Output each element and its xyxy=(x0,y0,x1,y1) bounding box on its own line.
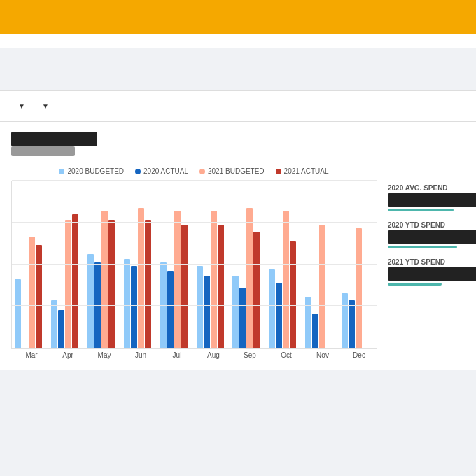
month-group-may xyxy=(88,211,122,348)
stat-item-2: 2021 YTD SPEND$████████ xyxy=(388,258,465,286)
stat-value-1: $████████ xyxy=(388,230,476,244)
bar-jul-0 xyxy=(160,262,167,348)
bar-aug-3 xyxy=(218,225,224,348)
section-subtitle: ████ xyxy=(11,146,465,156)
month-group-oct xyxy=(269,211,304,348)
bar-jul-1 xyxy=(167,271,174,348)
legend-2021-budgeted: 2021 BUDGETED xyxy=(200,167,265,175)
x-label-mar: Mar xyxy=(14,349,49,359)
stat-bar-1 xyxy=(388,246,457,248)
bar-aug-0 xyxy=(197,266,203,348)
x-label-aug: Aug xyxy=(196,349,231,359)
stat-label-1: 2020 YTD SPEND xyxy=(388,221,465,229)
stat-bar-0 xyxy=(388,209,454,211)
bar-jun-1 xyxy=(131,266,137,348)
bar-may-0 xyxy=(88,254,94,348)
legend-label-2020-budgeted: 2020 BUDGETED xyxy=(67,167,124,175)
chart-section: ████ ████ 2020 BUDGETED 2020 ACTUAL 2021… xyxy=(0,122,476,370)
legend-dot-2020-actual xyxy=(135,169,141,174)
stat-bar-2 xyxy=(388,283,442,286)
x-label-may: May xyxy=(87,349,122,359)
top-bar xyxy=(0,0,476,34)
stats-panel: 2020 AVG. SPEND$████████2020 YTD SPEND$█… xyxy=(388,167,465,286)
month-group-aug xyxy=(197,211,232,348)
stat-item-0: 2020 AVG. SPEND$████████ xyxy=(388,184,465,211)
bar-nov-2 xyxy=(319,225,326,348)
bars-wrapper xyxy=(11,181,377,349)
legend-label-2021-actual: 2021 ACTUAL xyxy=(284,167,329,175)
bar-jun-2 xyxy=(138,208,144,348)
month-group-jun xyxy=(124,208,159,348)
month-group-apr xyxy=(51,214,86,348)
chart-area: 2020 BUDGETED 2020 ACTUAL 2021 BUDGETED … xyxy=(11,167,465,359)
region-dropdown[interactable]: ▼ xyxy=(35,99,53,113)
x-label-nov: Nov xyxy=(305,349,340,359)
month-group-dec xyxy=(342,228,377,348)
stat-value-0: $████████ xyxy=(388,193,476,206)
bar-apr-2 xyxy=(65,220,71,348)
section-title: ████ xyxy=(11,133,465,145)
legend-dot-2021-actual xyxy=(276,169,281,174)
x-label-apr: Apr xyxy=(50,349,85,359)
filter-bar: ▼ ▼ xyxy=(0,91,476,122)
month-group-nov xyxy=(305,225,340,348)
bar-apr-3 xyxy=(72,214,78,348)
bar-apr-1 xyxy=(58,310,64,348)
bar-oct-0 xyxy=(269,270,275,348)
bar-mar-3 xyxy=(36,245,42,348)
month-group-jul xyxy=(160,211,195,348)
bar-dec-0 xyxy=(342,293,348,348)
x-label-sep: Sep xyxy=(232,349,267,359)
bar-jun-0 xyxy=(124,259,130,348)
bar-may-2 xyxy=(102,211,108,348)
chart-legend: 2020 BUDGETED 2020 ACTUAL 2021 BUDGETED … xyxy=(11,167,377,175)
bar-aug-1 xyxy=(204,276,210,348)
rvp-chevron-icon: ▼ xyxy=(18,102,25,110)
legend-dot-2021-budgeted xyxy=(200,169,205,174)
bar-may-3 xyxy=(108,220,115,348)
stat-label-0: 2020 AVG. SPEND xyxy=(388,184,465,192)
bar-aug-2 xyxy=(211,211,217,348)
region-chevron-icon: ▼ xyxy=(42,102,49,110)
x-label-jul: Jul xyxy=(160,349,195,359)
bar-oct-1 xyxy=(276,283,282,348)
nav-bar xyxy=(0,34,476,48)
bar-may-1 xyxy=(94,262,101,348)
bar-jul-2 xyxy=(174,211,181,348)
bar-oct-3 xyxy=(290,241,296,348)
search-area xyxy=(0,48,476,90)
grid-line-100 xyxy=(12,180,377,181)
legend-2020-actual: 2020 ACTUAL xyxy=(135,167,188,175)
stat-value-2: $████████ xyxy=(388,267,476,281)
rvp-dropdown[interactable]: ▼ xyxy=(11,99,29,113)
bar-jul-3 xyxy=(181,225,188,348)
bar-oct-2 xyxy=(283,211,289,348)
x-label-jun: Jun xyxy=(123,349,158,359)
bar-sep-0 xyxy=(232,276,239,348)
bar-chart: 2020 BUDGETED 2020 ACTUAL 2021 BUDGETED … xyxy=(11,167,377,359)
legend-dot-2020-budgeted xyxy=(59,169,64,174)
x-label-oct: Oct xyxy=(269,349,304,359)
x-label-dec: Dec xyxy=(342,349,377,359)
bar-sep-3 xyxy=(253,232,260,348)
bar-nov-0 xyxy=(305,297,312,348)
bar-dec-2 xyxy=(356,228,362,348)
bar-apr-0 xyxy=(51,300,57,348)
bar-nov-1 xyxy=(312,314,318,348)
bar-jun-3 xyxy=(145,220,151,348)
bar-mar-2 xyxy=(29,237,35,348)
bar-sep-2 xyxy=(246,208,253,348)
bar-sep-1 xyxy=(239,288,246,348)
bar-dec-1 xyxy=(349,300,355,348)
bar-mar-0 xyxy=(15,279,21,348)
x-axis: MarAprMayJunJulAugSepOctNovDec xyxy=(11,349,377,359)
month-group-sep xyxy=(232,208,267,348)
stat-label-2: 2021 YTD SPEND xyxy=(388,258,465,266)
legend-2021-actual: 2021 ACTUAL xyxy=(276,167,329,175)
legend-label-2020-actual: 2020 ACTUAL xyxy=(144,167,188,175)
legend-label-2021-budgeted: 2021 BUDGETED xyxy=(208,167,265,175)
legend-2020-budgeted: 2020 BUDGETED xyxy=(59,167,124,175)
month-group-mar xyxy=(15,237,50,348)
stat-item-1: 2020 YTD SPEND$████████ xyxy=(388,221,465,248)
